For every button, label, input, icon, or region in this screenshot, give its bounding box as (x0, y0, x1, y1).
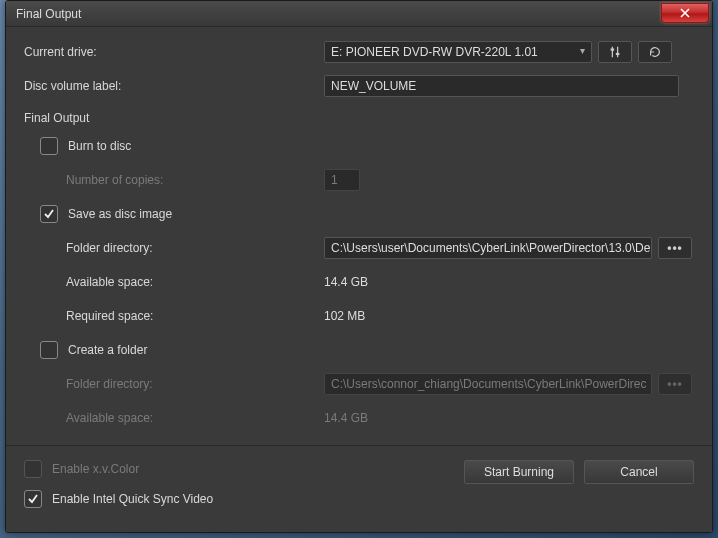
svg-rect-0 (611, 49, 615, 51)
intel-qsv-checkbox[interactable] (24, 490, 42, 508)
folder-dir-browse-button: ••• (658, 373, 692, 395)
burn-to-disc-label: Burn to disc (68, 139, 131, 153)
current-drive-dropdown[interactable]: E: PIONEER DVD-RW DVR-220L 1.01 (324, 41, 592, 63)
final-output-section-title: Final Output (24, 111, 694, 125)
copies-input: 1 (324, 169, 360, 191)
create-folder-checkbox[interactable] (40, 341, 58, 359)
intel-qsv-label: Enable Intel Quick Sync Video (52, 492, 213, 506)
ellipsis-icon: ••• (667, 377, 683, 391)
refresh-drive-button[interactable] (638, 41, 672, 63)
refresh-icon (648, 45, 662, 59)
xvcolor-checkbox (24, 460, 42, 478)
volume-label-label: Disc volume label: (24, 79, 324, 93)
save-as-image-label: Save as disc image (68, 207, 172, 221)
burn-to-disc-checkbox[interactable] (40, 137, 58, 155)
sliders-icon (608, 45, 622, 59)
current-drive-label: Current drive: (24, 45, 324, 59)
image-avail-label: Available space: (40, 275, 324, 289)
image-req-value: 102 MB (324, 309, 365, 323)
content-area: Current drive: E: PIONEER DVD-RW DVR-220… (6, 27, 712, 445)
image-req-label: Required space: (40, 309, 324, 323)
current-drive-value: E: PIONEER DVD-RW DVR-220L 1.01 (331, 45, 538, 59)
folder-avail-label: Available space: (40, 411, 324, 425)
volume-label-input[interactable]: NEW_VOLUME (324, 75, 679, 97)
close-button[interactable] (661, 3, 709, 23)
copies-label: Number of copies: (40, 173, 324, 187)
image-folder-input[interactable]: C:\Users\user\Documents\CyberLink\PowerD… (324, 237, 652, 259)
titlebar: Final Output (6, 1, 712, 27)
save-as-image-checkbox[interactable] (40, 205, 58, 223)
folder-dir-label: Folder directory: (40, 377, 324, 391)
close-icon (680, 8, 690, 18)
create-folder-label: Create a folder (68, 343, 147, 357)
image-folder-label: Folder directory: (40, 241, 324, 255)
image-folder-browse-button[interactable]: ••• (658, 237, 692, 259)
check-icon (27, 493, 39, 505)
image-avail-value: 14.4 GB (324, 275, 368, 289)
svg-rect-1 (616, 53, 620, 55)
window-title: Final Output (16, 7, 81, 21)
xvcolor-label: Enable x.v.Color (52, 462, 139, 476)
cancel-button[interactable]: Cancel (584, 460, 694, 484)
footer: Enable x.v.Color Enable Intel Quick Sync… (6, 445, 712, 532)
ellipsis-icon: ••• (667, 241, 683, 255)
folder-dir-input: C:\Users\connor_chiang\Documents\CyberLi… (324, 373, 652, 395)
drive-settings-button[interactable] (598, 41, 632, 63)
start-burning-button[interactable]: Start Burning (464, 460, 574, 484)
check-icon (43, 208, 55, 220)
folder-avail-value: 14.4 GB (324, 411, 368, 425)
final-output-window: Final Output Current drive: E: PIONEER D… (5, 0, 713, 533)
